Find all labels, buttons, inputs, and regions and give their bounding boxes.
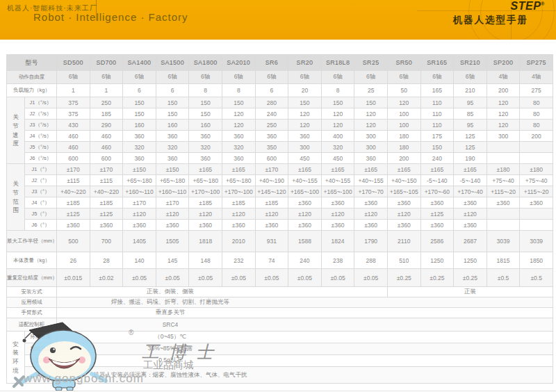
- spec-cell: 360: [288, 131, 322, 142]
- joint-range-row: J4（°）±185±185±170±170±185±185±185±360±36…: [7, 197, 553, 209]
- spec-cell: ±360: [454, 220, 487, 231]
- spec-cell: +115~-20: [486, 186, 520, 197]
- spec-cell: ±150: [123, 164, 156, 175]
- spec-cell: 150: [123, 97, 156, 108]
- spec-cell: ±360: [288, 197, 322, 209]
- joint-range-row: J3（°）+40~-220+40~-220+160~-110+160~-110+…: [7, 186, 553, 197]
- spec-cell: 1405: [123, 231, 156, 252]
- spec-cell: [520, 209, 553, 220]
- spec-cell: ±185: [57, 197, 90, 209]
- model-header-cell: SA2010: [222, 55, 255, 71]
- spec-cell: 26: [57, 252, 90, 269]
- spec-cell: [486, 220, 520, 231]
- spec-cell: 120: [486, 97, 520, 108]
- spec-cell: 100: [387, 120, 420, 131]
- spec-cell: 120: [288, 108, 322, 120]
- spec-cell: [486, 142, 520, 153]
- joint-label: J6（°/s）: [25, 153, 57, 164]
- joint-speed-row: J6（°/s）600600360360360360600450450360200…: [7, 153, 553, 164]
- spec-cell: ±120: [321, 209, 354, 220]
- spec-cell: 100: [387, 108, 420, 120]
- spec-cell: ±360: [387, 197, 420, 209]
- joint-speed-row: 关节速度J1（°/s）37525015015015015028015015015…: [7, 97, 553, 108]
- spec-cell: 120: [486, 120, 520, 131]
- spec-cell: 320: [189, 142, 222, 153]
- joint-label: J1（°）: [25, 164, 57, 175]
- spec-cell: 150: [189, 108, 222, 120]
- install-left-cell: 正装、倒装、侧装: [57, 287, 388, 297]
- spec-cell: 120: [486, 108, 520, 120]
- model-header-cell: SR18L8: [321, 55, 354, 71]
- spec-cell: 165: [420, 84, 454, 97]
- spec-cell: 1790: [354, 231, 388, 252]
- row-label: 应用领域: [7, 297, 57, 308]
- spec-cell: 280: [255, 97, 288, 108]
- spec-cell: 6轴: [189, 71, 222, 84]
- spec-cell: ±170: [57, 164, 90, 175]
- spec-cell: 6轴: [156, 71, 189, 84]
- spec-cell: 350: [255, 142, 288, 153]
- spec-cell: ±360: [387, 220, 420, 231]
- spec-cell: ±165: [222, 164, 255, 175]
- spec-cell: 2687: [454, 231, 487, 252]
- spec-cell: ±0.05: [222, 269, 255, 287]
- spec-cell: +170~-100: [222, 186, 255, 197]
- spec-cell: 145: [156, 252, 189, 269]
- spec-cell: ±0.05: [354, 269, 388, 287]
- spec-cell: 85: [454, 108, 487, 120]
- spec-cell: 80: [520, 108, 553, 120]
- spec-cell: 150: [321, 97, 354, 108]
- spec-cell: 74: [255, 252, 288, 269]
- spec-cell: 300: [354, 142, 388, 153]
- spec-cell: ±125: [420, 209, 454, 220]
- spec-cell: ±185: [222, 197, 255, 209]
- joint-label: J4（°）: [25, 197, 57, 209]
- spec-cell: +65~-180: [222, 175, 255, 186]
- spec-cell: -5~-140: [454, 175, 487, 186]
- spec-cell: +40~-155: [354, 175, 388, 186]
- spec-cell: 360: [222, 153, 255, 164]
- spec-cell: 6轴: [222, 71, 255, 84]
- spec-cell: +65~-180: [189, 175, 222, 186]
- spec-cell: +40~-155: [321, 175, 354, 186]
- merged-value-cell: 垂直多关节: [57, 308, 553, 318]
- row-label: 最大工作半径（mm）: [7, 231, 57, 252]
- spec-cell: 150: [156, 97, 189, 108]
- merged-value-cell: 35%~85%无结露: [57, 343, 553, 355]
- spec-cell: ±360: [454, 197, 487, 209]
- joint-speed-row: J2（°/s）375185150150150120240120120120100…: [7, 108, 553, 120]
- spec-cell: ±120: [222, 209, 255, 220]
- spec-cell: 4轴: [520, 71, 553, 84]
- spec-cell: 6轴: [321, 71, 354, 84]
- spec-cell: 120: [354, 108, 388, 120]
- spec-cell: ±165: [288, 164, 322, 175]
- spec-cell: 1818: [189, 231, 222, 252]
- spec-cell: 80: [520, 97, 553, 108]
- joint-label: J4（°/s）: [25, 131, 57, 142]
- spec-cell: [520, 142, 553, 153]
- spec-cell: ±0.5: [520, 269, 553, 287]
- spec-cell: 160: [189, 120, 222, 131]
- spec-cell: +75~-40: [486, 175, 520, 186]
- spec-cell: 150: [222, 97, 255, 108]
- spec-cell: ±170: [255, 164, 288, 175]
- spec-cell: 6轴: [420, 71, 454, 84]
- spec-cell: ±360: [354, 197, 388, 209]
- spec-cell: ±165: [354, 164, 388, 175]
- spec-cell: ±0.02: [90, 269, 123, 287]
- spec-cell: ±120: [454, 209, 487, 220]
- spec-cell: ±120: [123, 209, 156, 220]
- spec-cell: ±0.05: [123, 269, 156, 287]
- joint-label: J1（°/s）: [25, 97, 57, 108]
- spec-cell: 3039: [486, 231, 520, 252]
- spec-cell: 238: [321, 252, 354, 269]
- spec-cell: 125: [454, 131, 487, 142]
- spec-cell: [486, 153, 520, 164]
- registered-mark-icon: ®: [541, 1, 545, 6]
- spec-cell: +40~-155: [288, 175, 322, 186]
- joint-label: J6（°）: [25, 220, 57, 231]
- spec-cell: ±185: [189, 197, 222, 209]
- model-header-cell: SP200: [486, 55, 520, 71]
- spec-cell: 300: [288, 142, 322, 153]
- joint-range-row: J5（°）±125±125±120±120±120±120±120±120±12…: [7, 209, 553, 220]
